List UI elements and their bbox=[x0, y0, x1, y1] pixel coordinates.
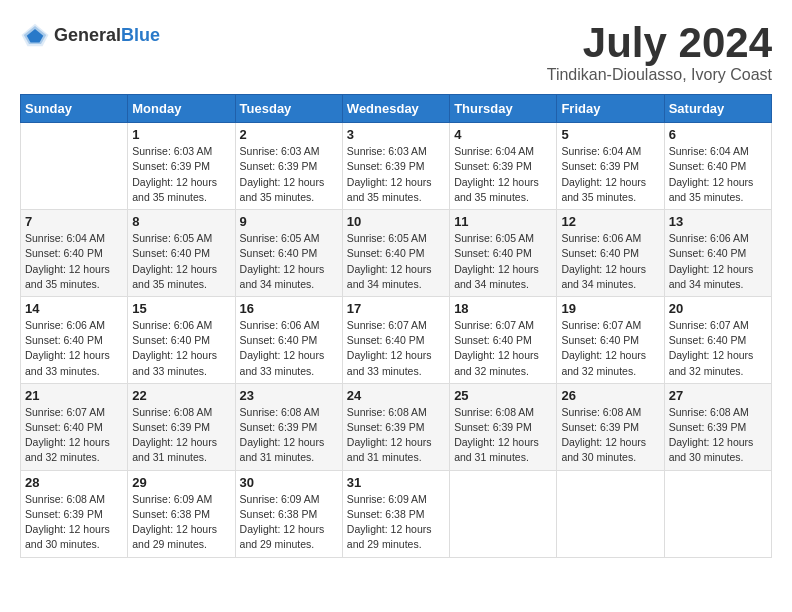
day-number: 14 bbox=[25, 301, 123, 316]
calendar-cell: 11Sunrise: 6:05 AM Sunset: 6:40 PM Dayli… bbox=[450, 210, 557, 297]
day-number: 21 bbox=[25, 388, 123, 403]
day-number: 12 bbox=[561, 214, 659, 229]
day-info: Sunrise: 6:09 AM Sunset: 6:38 PM Dayligh… bbox=[240, 492, 338, 553]
day-info: Sunrise: 6:06 AM Sunset: 6:40 PM Dayligh… bbox=[240, 318, 338, 379]
calendar-cell: 9Sunrise: 6:05 AM Sunset: 6:40 PM Daylig… bbox=[235, 210, 342, 297]
day-number: 10 bbox=[347, 214, 445, 229]
calendar-week-row: 1Sunrise: 6:03 AM Sunset: 6:39 PM Daylig… bbox=[21, 123, 772, 210]
day-number: 30 bbox=[240, 475, 338, 490]
calendar-cell: 25Sunrise: 6:08 AM Sunset: 6:39 PM Dayli… bbox=[450, 383, 557, 470]
calendar-week-row: 14Sunrise: 6:06 AM Sunset: 6:40 PM Dayli… bbox=[21, 296, 772, 383]
day-info: Sunrise: 6:08 AM Sunset: 6:39 PM Dayligh… bbox=[454, 405, 552, 466]
calendar-cell: 27Sunrise: 6:08 AM Sunset: 6:39 PM Dayli… bbox=[664, 383, 771, 470]
day-info: Sunrise: 6:07 AM Sunset: 6:40 PM Dayligh… bbox=[561, 318, 659, 379]
logo-icon bbox=[20, 20, 50, 50]
day-number: 20 bbox=[669, 301, 767, 316]
logo-text: General Blue bbox=[54, 25, 160, 46]
day-info: Sunrise: 6:05 AM Sunset: 6:40 PM Dayligh… bbox=[132, 231, 230, 292]
day-info: Sunrise: 6:04 AM Sunset: 6:40 PM Dayligh… bbox=[25, 231, 123, 292]
calendar-cell: 13Sunrise: 6:06 AM Sunset: 6:40 PM Dayli… bbox=[664, 210, 771, 297]
day-number: 25 bbox=[454, 388, 552, 403]
day-number: 17 bbox=[347, 301, 445, 316]
day-number: 5 bbox=[561, 127, 659, 142]
day-info: Sunrise: 6:08 AM Sunset: 6:39 PM Dayligh… bbox=[25, 492, 123, 553]
day-number: 13 bbox=[669, 214, 767, 229]
calendar-cell: 4Sunrise: 6:04 AM Sunset: 6:39 PM Daylig… bbox=[450, 123, 557, 210]
day-number: 1 bbox=[132, 127, 230, 142]
calendar-cell: 5Sunrise: 6:04 AM Sunset: 6:39 PM Daylig… bbox=[557, 123, 664, 210]
calendar-cell: 10Sunrise: 6:05 AM Sunset: 6:40 PM Dayli… bbox=[342, 210, 449, 297]
calendar-cell: 20Sunrise: 6:07 AM Sunset: 6:40 PM Dayli… bbox=[664, 296, 771, 383]
title-section: July 2024 Tindikan-Dioulasso, Ivory Coas… bbox=[547, 20, 772, 84]
day-info: Sunrise: 6:03 AM Sunset: 6:39 PM Dayligh… bbox=[240, 144, 338, 205]
day-info: Sunrise: 6:09 AM Sunset: 6:38 PM Dayligh… bbox=[132, 492, 230, 553]
calendar-cell: 19Sunrise: 6:07 AM Sunset: 6:40 PM Dayli… bbox=[557, 296, 664, 383]
day-info: Sunrise: 6:05 AM Sunset: 6:40 PM Dayligh… bbox=[240, 231, 338, 292]
day-number: 23 bbox=[240, 388, 338, 403]
calendar-header-wednesday: Wednesday bbox=[342, 95, 449, 123]
calendar-week-row: 7Sunrise: 6:04 AM Sunset: 6:40 PM Daylig… bbox=[21, 210, 772, 297]
calendar-cell bbox=[557, 470, 664, 557]
day-number: 7 bbox=[25, 214, 123, 229]
day-number: 27 bbox=[669, 388, 767, 403]
logo: General Blue bbox=[20, 20, 160, 50]
calendar-cell bbox=[21, 123, 128, 210]
calendar-cell: 15Sunrise: 6:06 AM Sunset: 6:40 PM Dayli… bbox=[128, 296, 235, 383]
calendar-cell: 2Sunrise: 6:03 AM Sunset: 6:39 PM Daylig… bbox=[235, 123, 342, 210]
calendar-header-sunday: Sunday bbox=[21, 95, 128, 123]
day-number: 3 bbox=[347, 127, 445, 142]
day-info: Sunrise: 6:05 AM Sunset: 6:40 PM Dayligh… bbox=[454, 231, 552, 292]
day-info: Sunrise: 6:03 AM Sunset: 6:39 PM Dayligh… bbox=[132, 144, 230, 205]
day-info: Sunrise: 6:03 AM Sunset: 6:39 PM Dayligh… bbox=[347, 144, 445, 205]
day-number: 4 bbox=[454, 127, 552, 142]
month-title: July 2024 bbox=[547, 20, 772, 66]
calendar-cell: 18Sunrise: 6:07 AM Sunset: 6:40 PM Dayli… bbox=[450, 296, 557, 383]
logo-blue: Blue bbox=[121, 25, 160, 46]
calendar-cell: 24Sunrise: 6:08 AM Sunset: 6:39 PM Dayli… bbox=[342, 383, 449, 470]
calendar-cell: 12Sunrise: 6:06 AM Sunset: 6:40 PM Dayli… bbox=[557, 210, 664, 297]
day-info: Sunrise: 6:07 AM Sunset: 6:40 PM Dayligh… bbox=[25, 405, 123, 466]
calendar-table: SundayMondayTuesdayWednesdayThursdayFrid… bbox=[20, 94, 772, 557]
calendar-week-row: 28Sunrise: 6:08 AM Sunset: 6:39 PM Dayli… bbox=[21, 470, 772, 557]
calendar-cell: 7Sunrise: 6:04 AM Sunset: 6:40 PM Daylig… bbox=[21, 210, 128, 297]
calendar-header-tuesday: Tuesday bbox=[235, 95, 342, 123]
calendar-cell: 17Sunrise: 6:07 AM Sunset: 6:40 PM Dayli… bbox=[342, 296, 449, 383]
day-number: 28 bbox=[25, 475, 123, 490]
calendar-header-saturday: Saturday bbox=[664, 95, 771, 123]
calendar-header-friday: Friday bbox=[557, 95, 664, 123]
calendar-cell: 6Sunrise: 6:04 AM Sunset: 6:40 PM Daylig… bbox=[664, 123, 771, 210]
location-title: Tindikan-Dioulasso, Ivory Coast bbox=[547, 66, 772, 84]
calendar-cell: 1Sunrise: 6:03 AM Sunset: 6:39 PM Daylig… bbox=[128, 123, 235, 210]
calendar-cell: 30Sunrise: 6:09 AM Sunset: 6:38 PM Dayli… bbox=[235, 470, 342, 557]
day-number: 8 bbox=[132, 214, 230, 229]
day-number: 18 bbox=[454, 301, 552, 316]
logo-general: General bbox=[54, 25, 121, 46]
calendar-cell: 28Sunrise: 6:08 AM Sunset: 6:39 PM Dayli… bbox=[21, 470, 128, 557]
day-number: 16 bbox=[240, 301, 338, 316]
calendar-cell: 23Sunrise: 6:08 AM Sunset: 6:39 PM Dayli… bbox=[235, 383, 342, 470]
calendar-cell: 3Sunrise: 6:03 AM Sunset: 6:39 PM Daylig… bbox=[342, 123, 449, 210]
day-info: Sunrise: 6:06 AM Sunset: 6:40 PM Dayligh… bbox=[132, 318, 230, 379]
day-info: Sunrise: 6:05 AM Sunset: 6:40 PM Dayligh… bbox=[347, 231, 445, 292]
day-info: Sunrise: 6:08 AM Sunset: 6:39 PM Dayligh… bbox=[669, 405, 767, 466]
day-number: 15 bbox=[132, 301, 230, 316]
day-info: Sunrise: 6:06 AM Sunset: 6:40 PM Dayligh… bbox=[25, 318, 123, 379]
day-info: Sunrise: 6:08 AM Sunset: 6:39 PM Dayligh… bbox=[347, 405, 445, 466]
calendar-cell: 14Sunrise: 6:06 AM Sunset: 6:40 PM Dayli… bbox=[21, 296, 128, 383]
calendar-cell: 26Sunrise: 6:08 AM Sunset: 6:39 PM Dayli… bbox=[557, 383, 664, 470]
day-number: 24 bbox=[347, 388, 445, 403]
day-info: Sunrise: 6:07 AM Sunset: 6:40 PM Dayligh… bbox=[347, 318, 445, 379]
day-info: Sunrise: 6:07 AM Sunset: 6:40 PM Dayligh… bbox=[669, 318, 767, 379]
day-number: 2 bbox=[240, 127, 338, 142]
day-info: Sunrise: 6:09 AM Sunset: 6:38 PM Dayligh… bbox=[347, 492, 445, 553]
day-number: 9 bbox=[240, 214, 338, 229]
calendar-cell bbox=[450, 470, 557, 557]
day-info: Sunrise: 6:08 AM Sunset: 6:39 PM Dayligh… bbox=[240, 405, 338, 466]
page-header: General Blue July 2024 Tindikan-Dioulass… bbox=[20, 20, 772, 84]
day-info: Sunrise: 6:04 AM Sunset: 6:39 PM Dayligh… bbox=[454, 144, 552, 205]
calendar-cell bbox=[664, 470, 771, 557]
day-number: 31 bbox=[347, 475, 445, 490]
calendar-cell: 8Sunrise: 6:05 AM Sunset: 6:40 PM Daylig… bbox=[128, 210, 235, 297]
day-info: Sunrise: 6:06 AM Sunset: 6:40 PM Dayligh… bbox=[561, 231, 659, 292]
calendar-cell: 29Sunrise: 6:09 AM Sunset: 6:38 PM Dayli… bbox=[128, 470, 235, 557]
